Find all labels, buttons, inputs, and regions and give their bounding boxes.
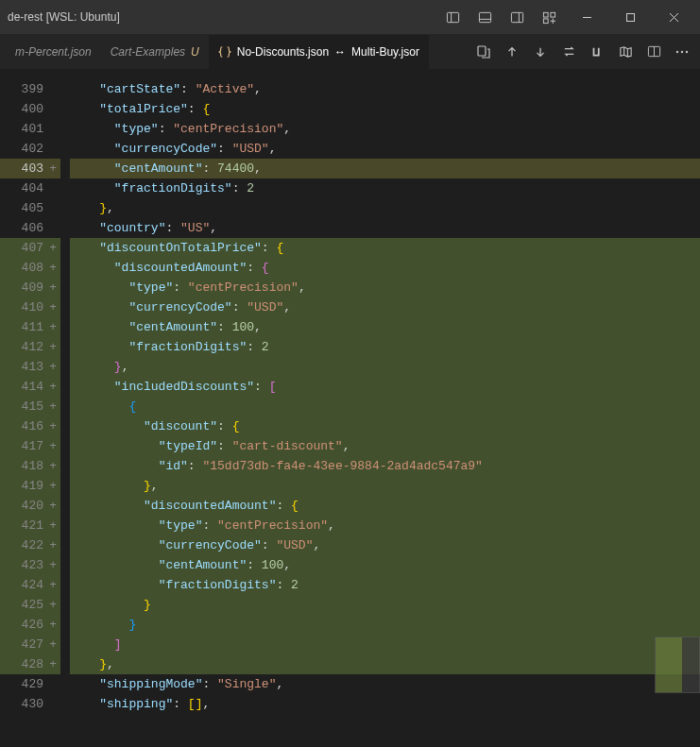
map-icon[interactable] <box>613 40 638 64</box>
code-line[interactable]: "type": "centPrecision", <box>70 278 700 297</box>
tab-item-percent[interactable]: m-Percent.json <box>6 35 101 69</box>
code-line[interactable]: "id": "15dd73db-fa4e-43ee-9884-2ad4adc54… <box>70 456 700 476</box>
code-line[interactable]: "type": "centPrecision", <box>70 516 700 535</box>
line-number: 429 <box>0 674 60 694</box>
open-changes-icon[interactable] <box>471 40 496 64</box>
svg-point-20 <box>686 50 688 52</box>
svg-rect-4 <box>511 12 522 22</box>
code-line[interactable]: { <box>70 397 700 416</box>
layout-panel-left-icon[interactable] <box>439 4 466 30</box>
code-line[interactable]: "currencyCode": "USD", <box>70 535 700 555</box>
code-line[interactable]: "typeId": "cart-discount", <box>70 436 700 456</box>
window-close-button[interactable] <box>655 4 692 30</box>
title-right <box>439 4 692 30</box>
code-line[interactable]: "centAmount": 74400, <box>70 159 700 178</box>
tab-label: m-Percent.json <box>15 45 92 59</box>
code-line[interactable]: } <box>70 595 700 615</box>
code-content[interactable]: "cartState": "Active", "totalPrice": { "… <box>60 70 700 747</box>
code-line[interactable]: "currencyCode": "USD", <box>70 297 700 317</box>
json-file-icon <box>218 45 231 59</box>
code-line[interactable]: }, <box>70 476 700 496</box>
tab-label-right: Multi-Buy.jsor <box>351 45 419 59</box>
code-line[interactable]: "fractionDigits": 2 <box>70 337 700 357</box>
svg-rect-0 <box>447 12 458 22</box>
line-number: 417 <box>0 436 60 456</box>
code-line[interactable]: "shippingMode": "Single", <box>70 674 700 694</box>
tab-diff-arrow-icon: ↔ <box>334 45 346 59</box>
svg-point-18 <box>676 50 678 52</box>
split-editor-icon[interactable] <box>641 40 666 64</box>
code-line[interactable]: "centAmount": 100, <box>70 317 700 337</box>
line-number: 416 <box>0 416 60 436</box>
line-number: 404 <box>0 178 60 198</box>
line-number: 430 <box>0 694 60 714</box>
svg-rect-2 <box>479 12 490 22</box>
code-line[interactable]: "totalPrice": { <box>70 99 700 119</box>
window-minimize-button[interactable] <box>568 4 606 30</box>
tab-no-discounts-diff[interactable]: No-Discounts.json ↔ Multi-Buy.jsor <box>209 35 429 69</box>
line-number: 415 <box>0 397 60 416</box>
line-number: 419 <box>0 476 60 496</box>
tab-label-left: No-Discounts.json <box>237 45 329 59</box>
svg-point-19 <box>681 50 683 52</box>
line-number: 414 <box>0 377 60 397</box>
code-line[interactable]: "fractionDigits": 2 <box>70 575 700 595</box>
whitespace-icon[interactable] <box>585 40 609 64</box>
arrow-down-icon[interactable] <box>528 40 553 64</box>
line-number-gutter: 3994004014024034044054064074084094104114… <box>0 70 60 747</box>
tab-label: Cart-Examples <box>111 45 185 59</box>
line-number: 425 <box>0 595 60 615</box>
code-line[interactable]: "country": "US", <box>70 218 700 238</box>
svg-rect-7 <box>550 12 555 17</box>
code-line[interactable]: }, <box>70 654 700 674</box>
code-line[interactable]: "discountedAmount": { <box>70 258 700 278</box>
layout-panel-bottom-icon[interactable] <box>471 4 498 30</box>
window-title: de-rest [WSL: Ubuntu] <box>8 10 120 24</box>
code-line[interactable]: "fractionDigits": 2 <box>70 178 700 198</box>
arrow-up-icon[interactable] <box>500 40 524 64</box>
code-line[interactable]: "centAmount": 100, <box>70 555 700 575</box>
line-number: 411 <box>0 317 60 337</box>
code-line[interactable]: "type": "centPrecision", <box>70 119 700 139</box>
line-number: 399 <box>0 79 60 99</box>
svg-rect-15 <box>478 46 486 56</box>
tab-bar: m-Percent.json Cart-Examples U No-Discou… <box>0 34 700 70</box>
line-number: 421 <box>0 516 60 535</box>
layout-panel-right-icon[interactable] <box>504 4 530 30</box>
code-line[interactable]: "discountedAmount": { <box>70 496 700 516</box>
title-left: de-rest [WSL: Ubuntu] <box>8 10 120 24</box>
code-line[interactable]: "shipping": [], <box>70 694 700 714</box>
line-number: 428 <box>0 654 60 674</box>
swap-icon[interactable] <box>556 40 581 64</box>
code-line[interactable]: } <box>70 615 700 635</box>
line-number: 426 <box>0 615 60 635</box>
code-line[interactable]: "discount": { <box>70 416 700 436</box>
svg-rect-12 <box>626 13 634 21</box>
editor-area[interactable]: 3994004014024034044054064074084094104114… <box>0 70 700 747</box>
line-number: 407 <box>0 238 60 258</box>
line-number: 409 <box>0 278 60 297</box>
layout-customize-icon[interactable] <box>536 4 562 30</box>
code-line[interactable]: "currencyCode": "USD", <box>70 139 700 159</box>
code-line[interactable]: }, <box>70 357 700 377</box>
code-line[interactable]: }, <box>70 198 700 218</box>
more-actions-icon[interactable] <box>670 40 694 64</box>
code-line[interactable]: "includedDiscounts": [ <box>70 377 700 397</box>
window-maximize-button[interactable] <box>611 4 649 30</box>
minimap[interactable] <box>655 637 700 693</box>
line-number: 402 <box>0 139 60 159</box>
code-line[interactable]: ] <box>70 635 700 654</box>
line-number: 403 <box>0 159 60 178</box>
line-number: 427 <box>0 635 60 654</box>
line-number: 400 <box>0 99 60 119</box>
code-line[interactable]: "discountOnTotalPrice": { <box>70 238 700 258</box>
line-number: 424 <box>0 575 60 595</box>
tab-modified-badge: U <box>191 45 199 59</box>
line-number: 406 <box>0 218 60 238</box>
svg-rect-8 <box>543 18 548 23</box>
line-number: 413 <box>0 357 60 377</box>
line-number: 408 <box>0 258 60 278</box>
tab-cart-examples[interactable]: Cart-Examples U <box>101 35 209 69</box>
svg-rect-6 <box>543 12 548 17</box>
code-line[interactable]: "cartState": "Active", <box>70 79 700 99</box>
